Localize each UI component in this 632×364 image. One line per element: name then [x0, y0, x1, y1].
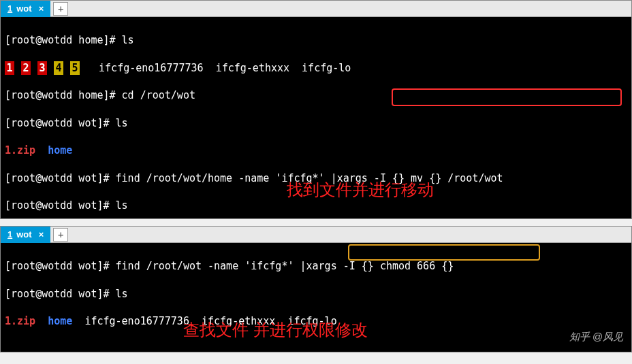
close-icon[interactable]: ×	[39, 3, 44, 14]
dir-5: 5	[70, 61, 80, 75]
tab-bar: 1 wot × +	[1, 227, 631, 243]
tab-label: wot	[16, 229, 31, 239]
tab-wot[interactable]: 1 wot ×	[1, 227, 50, 243]
prompt: [root@wotdd home]#	[5, 34, 122, 46]
prompt: [root@wotdd wot]#	[5, 172, 116, 184]
tab-label: wot	[16, 3, 31, 14]
cmd-cd: cd /root/wot	[122, 89, 195, 101]
dir-4: 4	[54, 61, 63, 75]
cmd-ls: ls	[116, 199, 128, 212]
tab-wot[interactable]: 1 wot ×	[1, 1, 50, 17]
close-icon[interactable]: ×	[39, 229, 44, 239]
terminal-output-2[interactable]: [root@wotdd wot]# find /root/wot -name '…	[1, 243, 631, 352]
prompt: [root@wotdd wot]#	[5, 117, 116, 129]
annotation-find-chmod: 查找文件 并进行权限修改	[183, 319, 368, 341]
cmd-ls: ls	[122, 34, 134, 46]
terminal-window-2: 1 wot × + [root@wotdd wot]# find /root/w…	[0, 226, 632, 352]
dir-home: home	[48, 144, 72, 156]
dir-2: 2	[21, 61, 31, 75]
tab-number: 1	[7, 3, 12, 14]
prompt: [root@wotdd wot]#	[5, 288, 116, 300]
prompt: [root@wotdd home]#	[5, 89, 122, 101]
prompt: [root@wotdd wot]#	[5, 199, 116, 212]
dir-1: 1	[5, 61, 14, 75]
dir-3: 3	[37, 61, 47, 75]
tab-bar: 1 wot × +	[1, 1, 631, 17]
file-zip: 1.zip	[5, 315, 35, 327]
cmd-ls: ls	[116, 117, 128, 129]
dir-home: home	[48, 315, 72, 327]
tab-number: 1	[7, 229, 12, 239]
prompt: [root@wotdd wot]#	[5, 260, 116, 272]
terminal-window-1: 1 wot × + [root@wotdd home]# ls 12345 if…	[0, 0, 632, 219]
cmd-ls: ls	[116, 288, 128, 300]
file-zip: 1.zip	[5, 144, 35, 156]
annotation-find-move: 找到文件并进行移动	[287, 179, 434, 201]
new-tab-button[interactable]: +	[53, 2, 68, 16]
highlight-xargs-chmod	[348, 244, 540, 261]
new-tab-button[interactable]: +	[53, 228, 68, 242]
cmd-find-xargs-chmod: find /root/wot -name 'ifcfg*' |xargs -I …	[116, 260, 454, 272]
watermark: 知乎 @风见	[569, 330, 623, 344]
terminal-output-1[interactable]: [root@wotdd home]# ls 12345 ifcfg-eno167…	[1, 17, 631, 218]
ls-output-files: ifcfg-eno16777736 ifcfg-ethxxx ifcfg-lo	[86, 62, 351, 74]
